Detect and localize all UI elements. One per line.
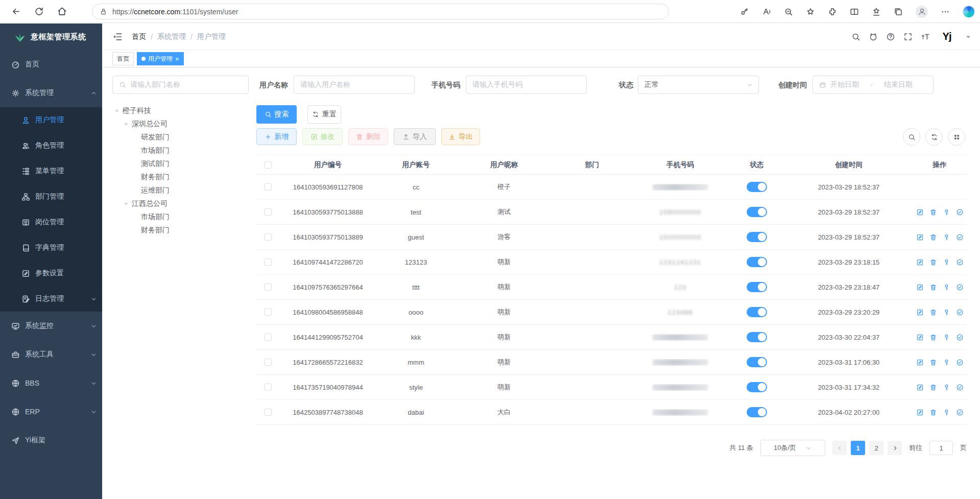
- sidebar-item-post-mgmt[interactable]: 岗位管理: [0, 209, 102, 235]
- phone-input[interactable]: 请输入手机号码: [466, 76, 587, 94]
- tree-node[interactable]: 财务部门: [112, 171, 248, 184]
- delete-button[interactable]: 删除: [348, 128, 388, 145]
- op-check-circle-icon[interactable]: [956, 334, 964, 341]
- tree-node[interactable]: 橙子科技: [112, 104, 248, 117]
- op-trash-icon[interactable]: [929, 233, 937, 241]
- avatar-caret-icon[interactable]: [964, 32, 973, 41]
- tab-close-icon[interactable]: ×: [175, 56, 179, 62]
- row-checkbox[interactable]: [265, 258, 272, 266]
- row-checkbox[interactable]: [265, 183, 272, 191]
- help-icon[interactable]: [886, 32, 895, 41]
- op-trash-icon[interactable]: [929, 409, 937, 416]
- extensions-icon[interactable]: [828, 7, 837, 16]
- op-check-circle-icon[interactable]: [956, 258, 964, 266]
- sidebar-item-role-mgmt[interactable]: 角色管理: [0, 133, 102, 158]
- github-icon[interactable]: [869, 32, 878, 41]
- browser-home-icon[interactable]: [57, 7, 67, 16]
- lock-icon[interactable]: [100, 8, 107, 15]
- collections-icon[interactable]: [894, 7, 903, 16]
- op-key-icon[interactable]: [943, 283, 950, 291]
- sidebar-item-log-mgmt[interactable]: 日志管理: [0, 286, 102, 312]
- op-check-circle-icon[interactable]: [956, 359, 964, 366]
- op-edit-pen-icon[interactable]: [916, 258, 924, 266]
- status-toggle[interactable]: [747, 182, 767, 192]
- op-trash-icon[interactable]: [929, 334, 937, 341]
- op-key-icon[interactable]: [943, 258, 950, 266]
- import-button[interactable]: 导入: [394, 128, 436, 145]
- table-search-button[interactable]: [903, 128, 920, 146]
- op-edit-pen-icon[interactable]: [916, 308, 924, 316]
- sidebar-item-erp[interactable]: ERP: [0, 397, 102, 426]
- export-button[interactable]: 导出: [441, 128, 480, 145]
- sidebar-item-dict-mgmt[interactable]: 字典管理: [0, 235, 102, 260]
- op-trash-icon[interactable]: [929, 258, 937, 266]
- op-key-icon[interactable]: [943, 208, 950, 216]
- op-edit-pen-icon[interactable]: [916, 334, 924, 341]
- daterange-picker[interactable]: 开始日期 - 结束日期: [812, 76, 934, 94]
- op-trash-icon[interactable]: [929, 208, 937, 216]
- copilot-icon[interactable]: [963, 6, 975, 18]
- sidebar-item-dept-mgmt[interactable]: 部门管理: [0, 184, 102, 209]
- status-toggle[interactable]: [747, 207, 767, 217]
- status-toggle[interactable]: [747, 232, 767, 242]
- tree-node[interactable]: 市场部门: [112, 210, 248, 224]
- op-key-icon[interactable]: [943, 359, 950, 366]
- op-trash-icon[interactable]: [929, 308, 937, 316]
- browser-refresh-icon[interactable]: [34, 7, 44, 16]
- op-check-circle-icon[interactable]: [956, 208, 964, 216]
- op-key-icon[interactable]: [943, 409, 950, 416]
- browser-more-icon[interactable]: [941, 7, 950, 16]
- op-edit-pen-icon[interactable]: [916, 359, 924, 366]
- browser-profile-avatar[interactable]: [916, 6, 928, 18]
- tree-node[interactable]: 测试部门: [112, 157, 248, 171]
- sidebar-item-system-tools[interactable]: 系统工具: [0, 340, 102, 369]
- tree-node[interactable]: 市场部门: [112, 144, 248, 157]
- op-edit-pen-icon[interactable]: [916, 409, 924, 416]
- tree-node[interactable]: 财务部门: [112, 224, 248, 237]
- op-trash-icon[interactable]: [929, 283, 937, 291]
- op-trash-icon[interactable]: [929, 384, 937, 391]
- status-toggle[interactable]: [747, 357, 767, 367]
- font-size-icon[interactable]: [921, 32, 930, 41]
- page-size-select[interactable]: 10条/页: [760, 440, 825, 456]
- app-logo[interactable]: 意框架管理系统: [0, 23, 102, 50]
- op-key-icon[interactable]: [943, 308, 950, 316]
- status-toggle[interactable]: [747, 282, 767, 292]
- op-edit-pen-icon[interactable]: [916, 233, 924, 241]
- row-checkbox[interactable]: [265, 283, 272, 291]
- status-select[interactable]: 正常: [638, 76, 759, 94]
- sidebar-item-user-mgmt[interactable]: 用户管理: [0, 107, 102, 133]
- prev-page-button[interactable]: [832, 441, 847, 455]
- add-button[interactable]: 新增: [256, 128, 297, 145]
- breadcrumb-item[interactable]: 用户管理: [197, 32, 226, 41]
- op-check-circle-icon[interactable]: [956, 308, 964, 316]
- reset-button[interactable]: 重置: [307, 105, 341, 124]
- select-all-checkbox[interactable]: [265, 161, 272, 169]
- split-screen-icon[interactable]: [850, 7, 859, 16]
- table-refresh-button[interactable]: [925, 128, 943, 146]
- page-button-1[interactable]: 1: [851, 441, 865, 455]
- tab-home[interactable]: 首页: [112, 52, 134, 65]
- status-toggle[interactable]: [747, 332, 767, 342]
- row-checkbox[interactable]: [265, 308, 272, 316]
- row-checkbox[interactable]: [265, 233, 272, 241]
- op-key-icon[interactable]: [943, 233, 950, 241]
- tree-node[interactable]: 运维部门: [112, 184, 248, 197]
- sidebar-item-yi-framework[interactable]: Yi框架: [0, 426, 102, 455]
- user-avatar[interactable]: Yj: [938, 28, 955, 45]
- op-trash-icon[interactable]: [929, 359, 937, 366]
- password-key-icon[interactable]: [740, 7, 749, 16]
- tree-node[interactable]: 江西总公司: [112, 197, 248, 210]
- sidebar-fold-icon[interactable]: [112, 32, 123, 42]
- search-icon[interactable]: [851, 32, 861, 41]
- tab-user-mgmt[interactable]: 用户管理×: [137, 52, 184, 65]
- search-button[interactable]: 搜索: [256, 105, 297, 124]
- browser-back-icon[interactable]: [11, 7, 21, 16]
- sidebar-item-bbs[interactable]: BBS: [0, 369, 102, 397]
- favorites-icon[interactable]: [806, 7, 815, 16]
- row-checkbox[interactable]: [265, 384, 272, 391]
- op-check-circle-icon[interactable]: [956, 409, 964, 416]
- status-toggle[interactable]: [747, 407, 767, 417]
- sidebar-item-home[interactable]: 首页: [0, 50, 102, 79]
- status-toggle[interactable]: [747, 257, 767, 267]
